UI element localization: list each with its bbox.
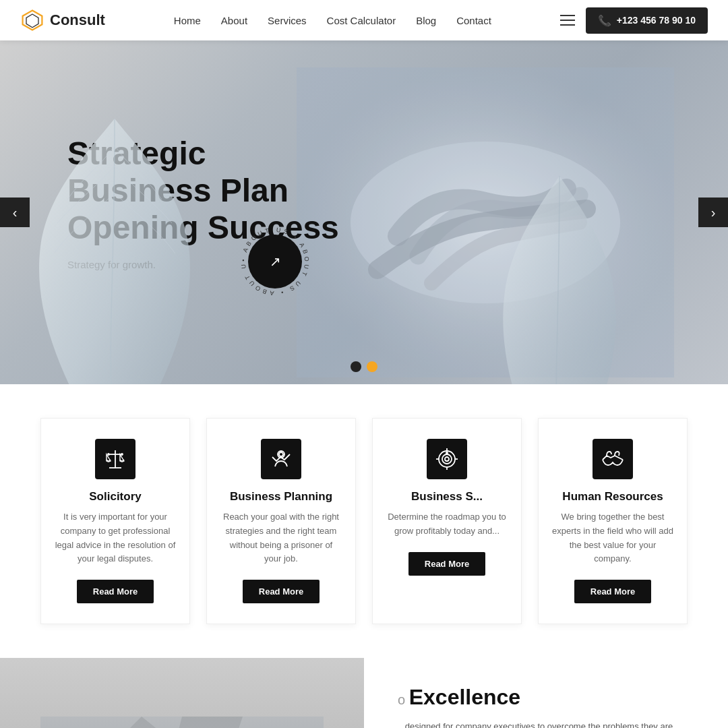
- slider-prev-button[interactable]: ‹: [0, 198, 30, 227]
- nav-links: Home About Services Cost Calculator Blog…: [174, 15, 491, 26]
- slider-next-button[interactable]: ›: [698, 198, 728, 227]
- nav-blog[interactable]: Blog: [416, 15, 436, 26]
- slider-dot-1[interactable]: [351, 361, 361, 372]
- svg-point-9: [108, 454, 109, 455]
- service-title-solicitory: Solicitory: [55, 490, 176, 504]
- suit-background: [0, 658, 364, 728]
- navbar: Consult Home About Services Cost Calcula…: [0, 0, 728, 40]
- nav-about[interactable]: About: [221, 15, 247, 26]
- service-title-planning: Business Planning: [220, 490, 342, 504]
- hero-section: Strategic Business Plan Opening Success …: [0, 40, 728, 384]
- scale-icon: [104, 448, 127, 471]
- svg-rect-4: [297, 67, 674, 377]
- service-desc-strategy: Determine the roadmap you to grow profit…: [386, 510, 508, 539]
- hamburger-menu[interactable]: [560, 15, 575, 26]
- handshake-icon: [601, 448, 624, 471]
- service-icon-strategy: [427, 439, 467, 479]
- about-title: o Excellence: [398, 685, 701, 710]
- svg-point-14: [442, 454, 452, 464]
- slider-prev-icon: ‹: [13, 205, 18, 220]
- service-icon-hr: [593, 439, 633, 479]
- svg-point-10: [121, 454, 123, 455]
- hamburger-line: [560, 20, 575, 21]
- service-title-strategy: Business S...: [386, 490, 508, 504]
- slider-dots: [351, 361, 377, 372]
- hands-svg: [297, 67, 674, 377]
- hamburger-line: [560, 15, 575, 16]
- cursor-icon: ↗: [270, 253, 281, 270]
- logo[interactable]: Consult: [20, 8, 105, 32]
- service-title-hr: Human Resources: [552, 490, 673, 504]
- about-title-main: Excellence: [409, 685, 520, 709]
- about-circle-btn[interactable]: ↗: [248, 235, 302, 289]
- read-more-planning[interactable]: Read More: [243, 580, 320, 603]
- slider-next-icon: ›: [711, 205, 716, 220]
- service-icon-planning: [261, 439, 301, 479]
- service-desc-hr: We bring together the best experts in th…: [552, 510, 673, 566]
- slider-dot-2[interactable]: [367, 361, 377, 372]
- svg-point-12: [279, 452, 283, 456]
- hamburger-line: [560, 24, 575, 26]
- logo-icon: [20, 8, 44, 32]
- target-icon: [435, 448, 458, 471]
- read-more-hr[interactable]: Read More: [574, 580, 651, 603]
- hero-image: [297, 67, 674, 377]
- nav-home[interactable]: Home: [174, 15, 201, 26]
- about-intro: ...designed for company executives to ov…: [398, 719, 701, 728]
- service-card-strategy: Business S... Determine the roadmap you …: [372, 418, 522, 624]
- about-image-area: [0, 658, 364, 728]
- nav-contact[interactable]: Contact: [456, 15, 491, 26]
- svg-point-15: [445, 457, 449, 461]
- chart-person-icon: [270, 448, 293, 471]
- svg-point-20: [446, 452, 448, 454]
- about-section: o Excellence ...designed for company exe…: [0, 658, 728, 728]
- read-more-strategy[interactable]: Read More: [408, 552, 485, 576]
- services-section: Solicitory It is very important for your…: [0, 384, 728, 658]
- service-card-hr: Human Resources We bring together the be…: [538, 418, 688, 624]
- read-more-solicitory[interactable]: Read More: [77, 580, 154, 603]
- about-content: o Excellence ...designed for company exe…: [364, 658, 728, 728]
- about-badge[interactable]: • ABOUT US • ABOUT US • ABOUT US ↗: [236, 222, 290, 276]
- nav-right: 📞 +123 456 78 90 10: [560, 7, 708, 34]
- phone-icon: 📞: [598, 14, 611, 27]
- service-desc-solicitory: It is very important for your company to…: [55, 510, 176, 566]
- phone-number: +123 456 78 90 10: [617, 15, 696, 26]
- suit-svg: [40, 717, 324, 728]
- nav-services[interactable]: Services: [268, 15, 307, 26]
- service-desc-planning: Reach your goal with the right strategie…: [220, 510, 342, 566]
- service-card-solicitory: Solicitory It is very important for your…: [40, 418, 190, 624]
- nav-calculator[interactable]: Cost Calculator: [327, 15, 396, 26]
- svg-rect-31: [40, 717, 324, 728]
- about-title-prefix: o: [398, 692, 409, 707]
- logo-text: Consult: [50, 11, 105, 29]
- service-card-business-planning: Business Planning Reach your goal with t…: [206, 418, 356, 624]
- svg-marker-1: [26, 14, 38, 28]
- service-icon-solicitory: [95, 439, 135, 479]
- phone-button[interactable]: 📞 +123 456 78 90 10: [586, 7, 708, 34]
